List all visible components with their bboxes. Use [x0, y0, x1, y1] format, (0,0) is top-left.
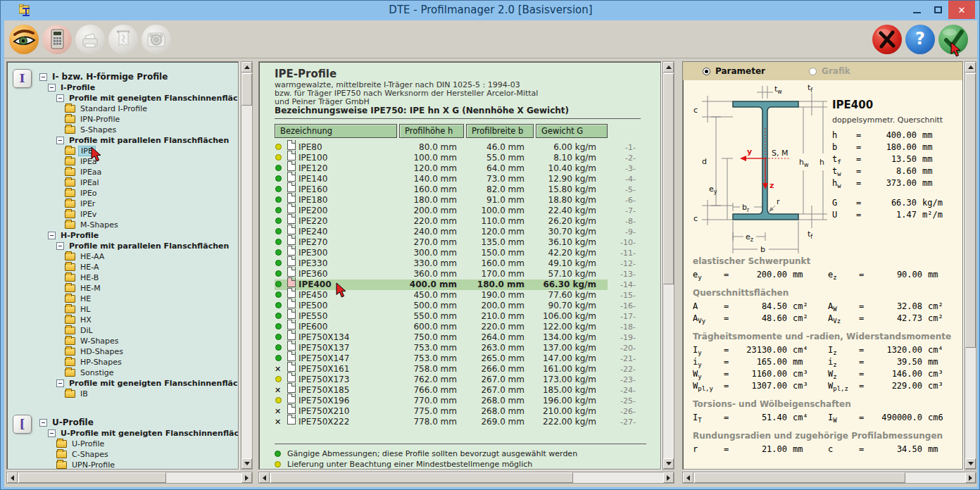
profile-row-ipe500[interactable]: IPE500500.0 mm200.0 mm90.70 kg/m-16-: [275, 301, 643, 311]
scroll-down-button[interactable]: [663, 458, 674, 469]
profile-row-ipe750x147[interactable]: IPE750X147753.0 mm265.0 mm147.00 kg/m-21…: [275, 353, 643, 364]
expand-collapse-icon[interactable]: [56, 137, 64, 144]
scrollbar-thumb[interactable]: [663, 73, 674, 284]
list-vertical-scrollbar[interactable]: [662, 61, 674, 470]
scrollbar-thumb[interactable]: [694, 472, 905, 483]
view-button[interactable]: [9, 25, 39, 54]
profile-row-ipe240[interactable]: IPE240240.0 mm120.0 mm30.70 kg/m-9-: [275, 227, 643, 237]
tree-node-profile-mit-geneigten-flanschinnenfl-chen[interactable]: Profile mit geneigten Flanschinnenfläche…: [7, 378, 238, 389]
column-header-3[interactable]: Profilbreite b: [466, 124, 534, 138]
scrollbar-thumb[interactable]: [18, 472, 166, 483]
profile-row-ipe140[interactable]: IPE140140.0 mm73.0 mm12.90 kg/m-4-: [275, 174, 643, 184]
profile-row-ipe750x196[interactable]: IPE750X196770.0 mm268.0 mm196.00 kg/m-25…: [275, 396, 643, 406]
snapshot-button[interactable]: [142, 25, 171, 54]
scroll-down-button[interactable]: [241, 458, 252, 469]
profile-row-ipe270[interactable]: IPE270270.0 mm135.0 mm36.10 kg/m-10-: [275, 237, 643, 248]
help-button[interactable]: ?: [905, 25, 935, 54]
tree-node-standard-i-profile[interactable]: Standard I-Profile: [7, 103, 238, 114]
tree-node-hp-shapes[interactable]: HP-Shapes: [7, 357, 238, 367]
tree-node-he[interactable]: HE: [7, 294, 238, 304]
profile-row-ipe750x222[interactable]: ✕IPE750X222778.0 mm269.0 mm222.00 kg/m-2…: [275, 417, 643, 427]
tree-node-u-profile-mit-geneigten-flanschinnenfl-chen[interactable]: U-Profile mit geneigten Flanschinnenfläc…: [7, 428, 238, 439]
scroll-up-button[interactable]: [241, 62, 252, 73]
expand-collapse-icon[interactable]: [56, 379, 64, 387]
tab-grafik[interactable]: Grafik: [809, 66, 850, 76]
list-horizontal-scrollbar[interactable]: [258, 472, 674, 484]
profile-row-ipe400[interactable]: IPE400400.0 mm180.0 mm66.30 kg/m-14-: [275, 279, 643, 290]
column-header-1[interactable]: Bezeichnung: [275, 124, 397, 138]
profile-row-ipe160[interactable]: IPE160160.0 mm82.0 mm15.80 kg/m-5-: [275, 184, 643, 195]
profile-row-ipe200[interactable]: IPE200200.0 mm100.0 mm22.40 kg/m-7-: [275, 206, 643, 216]
expand-collapse-icon[interactable]: [56, 94, 64, 102]
profile-row-ipe80[interactable]: IPE8080.0 mm46.0 mm6.00 kg/m-1-: [275, 142, 643, 153]
scroll-down-button[interactable]: [965, 458, 976, 469]
scrollbar-thumb[interactable]: [241, 73, 252, 106]
profile-row-ipe100[interactable]: IPE100100.0 mm55.0 mm8.10 kg/m-2-: [275, 153, 643, 163]
profile-row-ipe360[interactable]: IPE360360.0 mm170.0 mm57.10 kg/m-13-: [275, 269, 643, 279]
calculator-button[interactable]: [42, 25, 72, 54]
tree-node-ipev[interactable]: IPEv: [7, 209, 238, 220]
tab-parameter[interactable]: Parameter: [703, 66, 765, 76]
tree-node-profile-mit-geneigten-flanschinnenfl-chen[interactable]: Profile mit geneigten Flanschinnenfläche…: [7, 93, 238, 103]
profile-row-ipe750x134[interactable]: IPE750X134750.0 mm264.0 mm134.00 kg/m-19…: [275, 332, 643, 343]
profile-row-ipe750x210[interactable]: ✕IPE750X210775.0 mm268.0 mm210.00 kg/m-2…: [275, 406, 643, 417]
profile-row-ipe750x173[interactable]: IPE750X173762.0 mm267.0 mm173.00 kg/m-23…: [275, 375, 643, 385]
detail-horizontal-scrollbar[interactable]: [682, 472, 976, 484]
tree-node-iper[interactable]: IPEr: [7, 199, 238, 209]
tree-node-ipe[interactable]: IPE: [7, 146, 238, 156]
tree-node-dil[interactable]: DiL: [7, 325, 238, 336]
tree-node-he-m[interactable]: HE-M: [7, 283, 238, 294]
profile-row-ipe450[interactable]: IPE450450.0 mm190.0 mm77.60 kg/m-15-: [275, 290, 643, 301]
tree-node-profile-mit-parallelen-flanschfl-chen[interactable]: Profile mit parallelen Flanschflächen: [7, 135, 238, 146]
tree-horizontal-scrollbar[interactable]: [6, 472, 253, 484]
expand-collapse-icon[interactable]: [48, 429, 56, 437]
scroll-right-button[interactable]: [241, 472, 252, 483]
expand-collapse-icon[interactable]: [39, 419, 47, 427]
expand-collapse-icon[interactable]: [48, 84, 56, 92]
tree-node-hl[interactable]: HL: [7, 304, 238, 315]
tree-node-hd-shapes[interactable]: HD-Shapes: [7, 346, 238, 357]
tree-node-c-shapes[interactable]: C-Shapes: [7, 449, 238, 460]
scrollbar-thumb[interactable]: [965, 73, 976, 348]
scroll-up-button[interactable]: [663, 62, 674, 73]
tree-node-ipn-profile[interactable]: IPN-Profile: [7, 114, 238, 125]
scroll-left-button[interactable]: [259, 472, 270, 483]
tree-node-profile-mit-parallelen-flanschfl-chen[interactable]: Profile mit parallelen Flanschflächen: [7, 241, 238, 251]
cancel-button[interactable]: [872, 25, 902, 54]
scroll-left-button[interactable]: [683, 472, 693, 483]
column-header-2[interactable]: Profilhöhe h: [399, 124, 464, 138]
close-button[interactable]: ✕: [948, 1, 975, 19]
tree-node-upn-profile[interactable]: UPN-Profile: [7, 460, 238, 470]
profile-row-ipe300[interactable]: IPE300300.0 mm150.0 mm42.20 kg/m-11-: [275, 248, 643, 258]
profile-row-ipe180[interactable]: IPE180180.0 mm91.0 mm18.80 kg/m-6-: [275, 195, 643, 206]
tree-node-i-bzw-h-f-rmige-profile[interactable]: I- bzw. H-förmige Profile: [7, 72, 238, 82]
expand-collapse-icon[interactable]: [48, 232, 56, 239]
profile-row-ipe330[interactable]: IPE330330.0 mm160.0 mm49.10 kg/m-12-: [275, 258, 643, 269]
profile-row-ipe750x137[interactable]: IPE750X137753.0 mm263.0 mm137.00 kg/m-20…: [275, 343, 643, 353]
tree-vertical-scrollbar[interactable]: [241, 61, 253, 470]
profile-row-ipe750x161[interactable]: ✕IPE750X161758.0 mm266.0 mm161.00 kg/m-2…: [275, 364, 643, 375]
tree-node-u-profile[interactable]: U-Profile: [7, 417, 238, 428]
tree-node-s-shapes[interactable]: S-Shapes: [7, 125, 238, 135]
scroll-right-button[interactable]: [663, 472, 674, 483]
tree-node-sonstige[interactable]: Sonstige: [7, 367, 238, 378]
tree-node-w-shapes[interactable]: W-Shapes: [7, 336, 238, 346]
profile-row-ipe220[interactable]: IPE220220.0 mm110.0 mm26.20 kg/m-8-: [275, 216, 643, 227]
tree-node-he-a[interactable]: HE-A: [7, 262, 238, 272]
minimize-button[interactable]: [906, 1, 927, 19]
tree-node-ipeo[interactable]: IPEo: [7, 188, 238, 199]
tree-node-he-b[interactable]: HE-B: [7, 272, 238, 283]
expand-collapse-icon[interactable]: [56, 242, 64, 250]
tree-node-he-aa[interactable]: HE-AA: [7, 251, 238, 262]
scroll-right-button[interactable]: [965, 472, 976, 483]
maximize-button[interactable]: [927, 1, 948, 19]
tree-node-i-profile[interactable]: I-Profile: [7, 82, 238, 93]
scroll-up-button[interactable]: [965, 62, 976, 73]
tree-node-u-profile[interactable]: U-Profile: [7, 439, 238, 449]
profile-row-ipe550[interactable]: IPE550550.0 mm210.0 mm106.00 kg/m-17-: [275, 311, 643, 322]
print-button[interactable]: [75, 25, 105, 54]
detail-vertical-scrollbar[interactable]: [965, 61, 976, 470]
profile-row-ipe750x185[interactable]: ✕IPE750X185766.0 mm267.0 mm185.00 kg/m-2…: [275, 385, 643, 396]
material-button[interactable]: [108, 25, 138, 54]
expand-collapse-icon[interactable]: [39, 73, 47, 81]
